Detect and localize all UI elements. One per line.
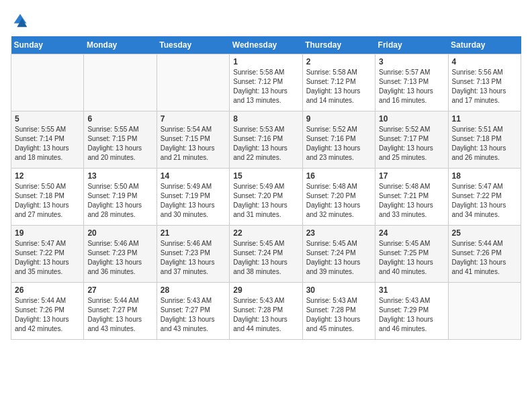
day-number: 2 [306,57,371,66]
day-info: Sunrise: 5:49 AMSunset: 7:20 PMDaylight:… [233,182,298,220]
day-number: 1 [233,57,298,66]
day-info: Sunrise: 5:48 AMSunset: 7:21 PMDaylight:… [379,182,444,220]
day-number: 10 [379,114,444,124]
calendar-cell: 7Sunrise: 5:54 AMSunset: 7:15 PMDaylight… [157,111,229,169]
day-info: Sunrise: 5:43 AMSunset: 7:28 PMDaylight:… [306,296,371,334]
calendar-cell: 8Sunrise: 5:53 AMSunset: 7:16 PMDaylight… [230,111,302,169]
calendar-week-3: 12Sunrise: 5:50 AMSunset: 7:18 PMDayligh… [11,169,521,226]
calendar-cell: 31Sunrise: 5:43 AMSunset: 7:29 PMDayligh… [375,283,448,340]
day-info: Sunrise: 5:50 AMSunset: 7:19 PMDaylight:… [87,182,152,220]
day-number: 6 [87,114,152,124]
logo-icon [11,11,30,30]
column-header-tuesday: Tuesday [157,36,229,54]
calendar-week-2: 5Sunrise: 5:55 AMSunset: 7:14 PMDaylight… [11,111,521,169]
calendar-cell: 29Sunrise: 5:43 AMSunset: 7:28 PMDayligh… [230,283,302,340]
day-info: Sunrise: 5:43 AMSunset: 7:27 PMDaylight:… [161,296,226,334]
day-number: 19 [15,228,80,238]
calendar-cell: 2Sunrise: 5:58 AMSunset: 7:12 PMDaylight… [302,54,375,111]
day-number: 4 [452,57,517,66]
day-number: 13 [87,171,152,181]
day-number: 9 [306,114,371,124]
day-number: 26 [15,285,80,295]
day-number: 7 [161,114,226,124]
day-info: Sunrise: 5:52 AMSunset: 7:17 PMDaylight:… [379,125,444,163]
calendar-cell: 19Sunrise: 5:47 AMSunset: 7:22 PMDayligh… [11,226,84,283]
day-number: 24 [379,228,444,238]
day-number: 8 [233,114,298,124]
day-number: 30 [306,285,371,295]
calendar-cell: 23Sunrise: 5:45 AMSunset: 7:24 PMDayligh… [302,226,375,283]
day-info: Sunrise: 5:46 AMSunset: 7:23 PMDaylight:… [161,239,226,277]
calendar-cell: 18Sunrise: 5:47 AMSunset: 7:22 PMDayligh… [448,169,521,226]
day-number: 21 [161,228,226,238]
day-number: 28 [161,285,226,295]
day-number: 20 [87,228,152,238]
column-header-monday: Monday [84,36,157,54]
day-number: 11 [452,114,517,124]
calendar-cell: 22Sunrise: 5:45 AMSunset: 7:24 PMDayligh… [230,226,302,283]
column-header-thursday: Thursday [302,36,375,54]
calendar-week-1: 1Sunrise: 5:58 AMSunset: 7:12 PMDaylight… [11,54,521,111]
day-info: Sunrise: 5:45 AMSunset: 7:24 PMDaylight:… [233,239,298,277]
day-number: 29 [233,285,298,295]
day-info: Sunrise: 5:44 AMSunset: 7:26 PMDaylight:… [15,296,80,334]
calendar-cell: 4Sunrise: 5:56 AMSunset: 7:13 PMDaylight… [448,54,521,111]
day-info: Sunrise: 5:58 AMSunset: 7:12 PMDaylight:… [233,68,298,105]
calendar-cell: 15Sunrise: 5:49 AMSunset: 7:20 PMDayligh… [230,169,302,226]
header-row: SundayMondayTuesdayWednesdayThursdayFrid… [11,36,521,54]
calendar-cell: 17Sunrise: 5:48 AMSunset: 7:21 PMDayligh… [375,169,448,226]
calendar-cell [84,54,157,111]
day-info: Sunrise: 5:50 AMSunset: 7:18 PMDaylight:… [15,182,80,220]
day-number: 18 [452,171,517,181]
day-info: Sunrise: 5:53 AMSunset: 7:16 PMDaylight:… [233,125,298,163]
day-number: 31 [379,285,444,295]
calendar-cell [448,283,521,340]
calendar-cell: 28Sunrise: 5:43 AMSunset: 7:27 PMDayligh… [157,283,229,340]
calendar-week-4: 19Sunrise: 5:47 AMSunset: 7:22 PMDayligh… [11,226,521,283]
day-number: 22 [233,228,298,238]
calendar-cell: 14Sunrise: 5:49 AMSunset: 7:19 PMDayligh… [157,169,229,226]
calendar-cell [11,54,84,111]
day-info: Sunrise: 5:44 AMSunset: 7:26 PMDaylight:… [452,239,517,277]
day-info: Sunrise: 5:43 AMSunset: 7:28 PMDaylight:… [233,296,298,334]
day-info: Sunrise: 5:57 AMSunset: 7:13 PMDaylight:… [379,68,444,105]
day-number: 12 [15,171,80,181]
calendar-cell: 20Sunrise: 5:46 AMSunset: 7:23 PMDayligh… [84,226,157,283]
calendar-cell: 9Sunrise: 5:52 AMSunset: 7:16 PMDaylight… [302,111,375,169]
calendar-week-5: 26Sunrise: 5:44 AMSunset: 7:26 PMDayligh… [11,283,521,340]
day-info: Sunrise: 5:45 AMSunset: 7:25 PMDaylight:… [379,239,444,277]
logo [11,11,32,30]
column-header-sunday: Sunday [11,36,84,54]
day-info: Sunrise: 5:43 AMSunset: 7:29 PMDaylight:… [379,296,444,334]
calendar-cell: 27Sunrise: 5:44 AMSunset: 7:27 PMDayligh… [84,283,157,340]
page-header [11,11,521,30]
day-number: 17 [379,171,444,181]
day-info: Sunrise: 5:47 AMSunset: 7:22 PMDaylight:… [15,239,80,277]
calendar-cell: 5Sunrise: 5:55 AMSunset: 7:14 PMDaylight… [11,111,84,169]
day-number: 5 [15,114,80,124]
column-header-saturday: Saturday [448,36,521,54]
day-number: 27 [87,285,152,295]
day-info: Sunrise: 5:47 AMSunset: 7:22 PMDaylight:… [452,182,517,220]
day-number: 23 [306,228,371,238]
day-number: 25 [452,228,517,238]
day-info: Sunrise: 5:56 AMSunset: 7:13 PMDaylight:… [452,68,517,105]
day-info: Sunrise: 5:58 AMSunset: 7:12 PMDaylight:… [306,68,371,105]
day-info: Sunrise: 5:51 AMSunset: 7:18 PMDaylight:… [452,125,517,163]
calendar-cell: 21Sunrise: 5:46 AMSunset: 7:23 PMDayligh… [157,226,229,283]
calendar-cell: 12Sunrise: 5:50 AMSunset: 7:18 PMDayligh… [11,169,84,226]
day-number: 3 [379,57,444,66]
calendar-cell: 11Sunrise: 5:51 AMSunset: 7:18 PMDayligh… [448,111,521,169]
calendar-cell: 25Sunrise: 5:44 AMSunset: 7:26 PMDayligh… [448,226,521,283]
calendar-cell: 16Sunrise: 5:48 AMSunset: 7:20 PMDayligh… [302,169,375,226]
day-info: Sunrise: 5:46 AMSunset: 7:23 PMDaylight:… [87,239,152,277]
day-number: 15 [233,171,298,181]
day-info: Sunrise: 5:45 AMSunset: 7:24 PMDaylight:… [306,239,371,277]
day-info: Sunrise: 5:52 AMSunset: 7:16 PMDaylight:… [306,125,371,163]
calendar-cell: 24Sunrise: 5:45 AMSunset: 7:25 PMDayligh… [375,226,448,283]
day-info: Sunrise: 5:44 AMSunset: 7:27 PMDaylight:… [87,296,152,334]
column-header-wednesday: Wednesday [230,36,302,54]
calendar-cell: 10Sunrise: 5:52 AMSunset: 7:17 PMDayligh… [375,111,448,169]
calendar-cell: 26Sunrise: 5:44 AMSunset: 7:26 PMDayligh… [11,283,84,340]
day-info: Sunrise: 5:55 AMSunset: 7:15 PMDaylight:… [87,125,152,163]
